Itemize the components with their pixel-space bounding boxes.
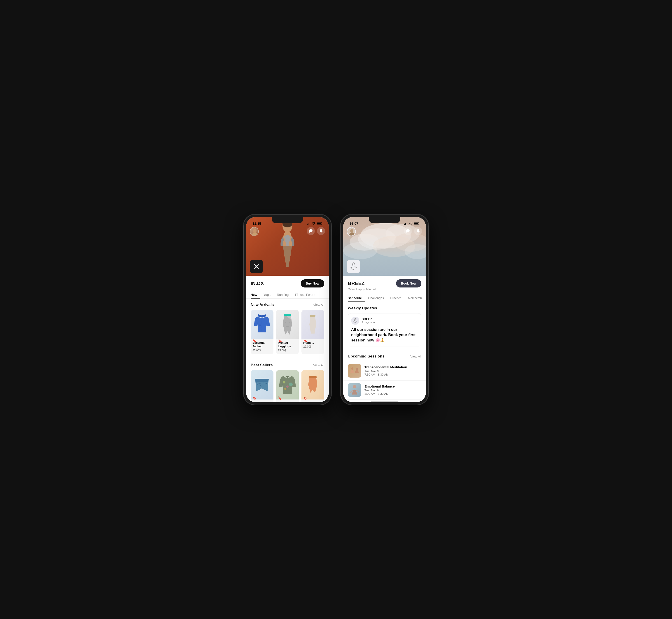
svg-rect-8 bbox=[286, 230, 289, 235]
breez-avatar-icon bbox=[352, 318, 358, 323]
product-card-yoga-jacket[interactable]: 🔖 Yoga Jacket bbox=[276, 370, 299, 402]
balance-date: Tue, Nov 9 bbox=[364, 389, 421, 392]
tabs-2: Schedule Challenges Practice Membersh... bbox=[343, 292, 426, 302]
balance-thumb bbox=[348, 383, 361, 397]
ru-icon bbox=[306, 376, 320, 394]
bookmark-ru: 🔖 bbox=[303, 396, 307, 400]
svg-rect-1 bbox=[308, 223, 309, 225]
product-price-leggings: 35.00$ bbox=[278, 349, 297, 352]
tab-fitness-forum[interactable]: Fitness Forum bbox=[292, 291, 318, 298]
tab-practice[interactable]: Practice bbox=[387, 294, 405, 302]
4g-indicator: 4G bbox=[409, 222, 413, 225]
notch-2 bbox=[369, 217, 400, 223]
meditation-thumb-icon bbox=[348, 364, 361, 377]
bookmark-leggings: 🔖 bbox=[278, 339, 282, 343]
brand-name-2: BREEZ bbox=[348, 280, 365, 286]
svg-point-19 bbox=[286, 386, 288, 388]
bookmark-jacket: 🔖 bbox=[253, 339, 256, 343]
weekly-updates-header: Weekly Updates bbox=[343, 302, 426, 313]
bell-icon-1 bbox=[319, 229, 323, 233]
update-time-ago: 8 days ago bbox=[361, 321, 375, 324]
balance-info: Emotional Balance Tue, Nov 9 8:00 AM - 8… bbox=[364, 384, 421, 396]
balance-thumb-icon bbox=[348, 383, 361, 397]
meditation-thumb bbox=[348, 364, 361, 377]
update-org-name: BREEZ bbox=[361, 317, 375, 321]
notification-button-2[interactable] bbox=[414, 227, 422, 235]
svg-point-9 bbox=[253, 229, 257, 233]
svg-point-17 bbox=[283, 381, 285, 384]
buy-now-button[interactable]: Buy Now bbox=[301, 279, 324, 287]
session-item-meditation[interactable]: Transcendental Meditation Tue, Nov 9 7:3… bbox=[343, 361, 426, 381]
tab-membership[interactable]: Membersh... bbox=[405, 294, 426, 302]
best-sellers-view-all[interactable]: View All bbox=[313, 363, 324, 367]
phone-indx: 11:35 bbox=[244, 214, 332, 405]
message-button-2[interactable] bbox=[404, 227, 412, 235]
brand-name-1: IN.DX bbox=[251, 280, 264, 286]
breez-update-avatar bbox=[351, 317, 359, 325]
update-text-content: All our session are in our neighborhood … bbox=[351, 327, 418, 343]
product-card-leggings[interactable]: 🔖 Printed Leggings 35.00$ bbox=[276, 310, 299, 355]
svg-point-32 bbox=[343, 242, 377, 259]
content-area-1[interactable]: IN.DX Buy Now New Yoga Running Fitness F… bbox=[246, 276, 329, 402]
hero-actions-2 bbox=[404, 227, 422, 235]
book-now-button[interactable]: Book Now bbox=[396, 279, 421, 287]
tab-schedule[interactable]: Schedule bbox=[348, 294, 365, 302]
svg-rect-2 bbox=[309, 223, 309, 225]
content-area-2[interactable]: BREEZ Book Now Calm. Happy. Mindful Sche… bbox=[343, 276, 426, 402]
svg-point-40 bbox=[353, 385, 356, 388]
svg-rect-0 bbox=[307, 223, 308, 225]
product-card-shorts[interactable]: 🔖 Running Shorts bbox=[251, 370, 273, 402]
battery-icon-1 bbox=[317, 222, 323, 225]
brand-logo-1 bbox=[250, 260, 263, 273]
yoga-jacket-icon bbox=[278, 374, 296, 396]
tab-new[interactable]: New bbox=[251, 291, 260, 298]
notch bbox=[272, 217, 303, 223]
brand-header-1: IN.DX Buy Now bbox=[246, 276, 329, 288]
svg-rect-21 bbox=[309, 376, 317, 378]
update-meta: BREEZ 8 days ago bbox=[361, 317, 375, 324]
bell-icon-2 bbox=[416, 229, 420, 233]
session-item-balance[interactable]: Emotional Balance Tue, Nov 9 8:00 AM - 8… bbox=[343, 381, 426, 400]
svg-point-18 bbox=[289, 383, 293, 386]
running-icon bbox=[306, 314, 320, 335]
breez-logo-icon bbox=[349, 262, 358, 271]
bookmark-running: 🔖 bbox=[303, 339, 307, 343]
battery-icon-2 bbox=[414, 222, 419, 225]
product-price-running: 22.00$ bbox=[303, 345, 323, 348]
new-arrivals-header: New Arrivals View All bbox=[246, 298, 329, 310]
meditation-info: Transcendental Meditation Tue, Nov 9 7:3… bbox=[364, 365, 421, 376]
brand-subtitle: Calm. Happy. Mindful bbox=[343, 287, 426, 291]
user-avatar-img-2 bbox=[347, 227, 356, 236]
svg-point-20 bbox=[284, 388, 286, 390]
brand-header-2: BREEZ Book Now bbox=[343, 276, 426, 288]
tabs-1: New Yoga Running Fitness Forum bbox=[246, 288, 329, 298]
user-avatar-1[interactable] bbox=[250, 227, 259, 236]
update-header: BREEZ 8 days ago bbox=[351, 317, 418, 325]
message-button-1[interactable] bbox=[307, 227, 315, 235]
svg-point-35 bbox=[350, 229, 353, 233]
notification-button-1[interactable] bbox=[317, 227, 325, 235]
upcoming-view-all[interactable]: View All bbox=[410, 355, 421, 358]
svg-point-37 bbox=[354, 319, 356, 320]
upcoming-sessions-title: Upcoming Sessions bbox=[348, 354, 384, 359]
balance-time: 8:00 AM - 8:30 AM bbox=[364, 392, 421, 396]
user-avatar-2[interactable] bbox=[347, 227, 356, 236]
product-price-jacket: 55.00$ bbox=[253, 349, 272, 352]
meditation-time: 7:30 AM - 8:30 AM bbox=[364, 373, 421, 376]
tab-running[interactable]: Running bbox=[274, 291, 292, 298]
product-card-ru[interactable]: 🔖 Ru... bbox=[301, 370, 324, 402]
tab-challenges[interactable]: Challenges bbox=[365, 294, 387, 302]
status-icons-2: 4G bbox=[404, 222, 419, 225]
best-sellers-header: Best Sellers View All bbox=[246, 359, 329, 370]
indx-logo-icon bbox=[252, 262, 260, 271]
product-card-running[interactable]: 🔖 Runni... 22.00$ bbox=[301, 310, 324, 355]
bookmark-shorts: 🔖 bbox=[253, 396, 256, 400]
time-display-2: 16:07 bbox=[349, 221, 358, 225]
new-arrivals-view-all[interactable]: View All bbox=[313, 303, 324, 307]
product-card-essential-jacket[interactable]: 🔖 Essential Jacket 55.00$ bbox=[251, 310, 273, 355]
jacket-icon bbox=[253, 314, 271, 335]
svg-rect-12 bbox=[255, 265, 257, 268]
message-icon-1 bbox=[309, 229, 313, 233]
tab-yoga[interactable]: Yoga bbox=[260, 291, 274, 298]
leggings-icon bbox=[281, 313, 294, 336]
